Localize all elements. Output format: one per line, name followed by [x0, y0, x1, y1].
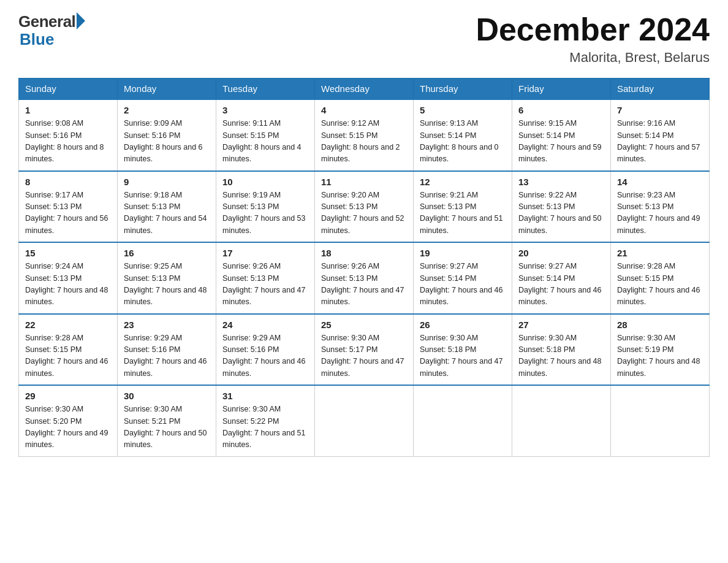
calendar-day-cell: 3Sunrise: 9:11 AMSunset: 5:15 PMDaylight… [216, 99, 315, 171]
calendar-day-cell: 7Sunrise: 9:16 AMSunset: 5:14 PMDaylight… [611, 99, 710, 171]
day-number: 4 [321, 105, 407, 115]
calendar-day-cell: 28Sunrise: 9:30 AMSunset: 5:19 PMDayligh… [611, 314, 710, 386]
day-number: 7 [617, 105, 703, 115]
calendar-day-cell: 12Sunrise: 9:21 AMSunset: 5:13 PMDayligh… [414, 171, 512, 243]
calendar-week-row: 29Sunrise: 9:30 AMSunset: 5:20 PMDayligh… [19, 385, 710, 456]
day-number: 14 [617, 177, 703, 187]
day-info: Sunrise: 9:26 AMSunset: 5:13 PMDaylight:… [222, 261, 308, 308]
day-number: 28 [617, 320, 703, 330]
calendar-header-row: SundayMondayTuesdayWednesdayThursdayFrid… [19, 79, 710, 100]
day-info: Sunrise: 9:08 AMSunset: 5:16 PMDaylight:… [25, 118, 111, 166]
title-section: December 2024 Malorita, Brest, Belarus [476, 12, 710, 66]
calendar-day-cell: 16Sunrise: 9:25 AMSunset: 5:13 PMDayligh… [118, 242, 216, 314]
calendar-day-cell: 25Sunrise: 9:30 AMSunset: 5:17 PMDayligh… [315, 314, 414, 386]
day-info: Sunrise: 9:19 AMSunset: 5:13 PMDaylight:… [222, 190, 308, 237]
day-number: 25 [321, 320, 407, 330]
calendar-day-cell: 21Sunrise: 9:28 AMSunset: 5:15 PMDayligh… [611, 242, 710, 314]
page-header: General Blue December 2024 Malorita, Bre… [18, 12, 710, 66]
month-title: December 2024 [476, 12, 710, 47]
day-number: 21 [617, 248, 703, 258]
day-info: Sunrise: 9:18 AMSunset: 5:13 PMDaylight:… [124, 190, 210, 237]
day-number: 13 [518, 177, 604, 187]
calendar-day-cell: 2Sunrise: 9:09 AMSunset: 5:16 PMDaylight… [118, 99, 216, 171]
calendar-day-cell: 26Sunrise: 9:30 AMSunset: 5:18 PMDayligh… [414, 314, 512, 386]
day-info: Sunrise: 9:27 AMSunset: 5:14 PMDaylight:… [518, 261, 604, 308]
day-info: Sunrise: 9:09 AMSunset: 5:16 PMDaylight:… [124, 118, 210, 166]
day-number: 29 [25, 391, 111, 401]
calendar-week-row: 22Sunrise: 9:28 AMSunset: 5:15 PMDayligh… [19, 314, 710, 386]
day-number: 27 [518, 320, 604, 330]
calendar-day-cell: 11Sunrise: 9:20 AMSunset: 5:13 PMDayligh… [315, 171, 414, 243]
day-info: Sunrise: 9:16 AMSunset: 5:14 PMDaylight:… [617, 118, 703, 166]
calendar-day-cell: 29Sunrise: 9:30 AMSunset: 5:20 PMDayligh… [19, 385, 118, 456]
day-number: 12 [420, 177, 506, 187]
calendar-day-cell: 5Sunrise: 9:13 AMSunset: 5:14 PMDaylight… [414, 99, 512, 171]
day-info: Sunrise: 9:24 AMSunset: 5:13 PMDaylight:… [25, 261, 111, 308]
day-info: Sunrise: 9:15 AMSunset: 5:14 PMDaylight:… [518, 118, 604, 166]
calendar-week-row: 1Sunrise: 9:08 AMSunset: 5:16 PMDaylight… [19, 99, 710, 171]
day-number: 3 [222, 105, 308, 115]
day-number: 26 [420, 320, 506, 330]
day-info: Sunrise: 9:20 AMSunset: 5:13 PMDaylight:… [321, 190, 407, 237]
calendar-day-cell [512, 385, 611, 456]
calendar-week-row: 8Sunrise: 9:17 AMSunset: 5:13 PMDaylight… [19, 171, 710, 243]
day-info: Sunrise: 9:29 AMSunset: 5:16 PMDaylight:… [124, 332, 210, 380]
day-number: 15 [25, 248, 111, 258]
day-number: 24 [222, 320, 308, 330]
calendar-day-cell: 6Sunrise: 9:15 AMSunset: 5:14 PMDaylight… [512, 99, 611, 171]
calendar-day-cell: 1Sunrise: 9:08 AMSunset: 5:16 PMDaylight… [19, 99, 118, 171]
day-info: Sunrise: 9:22 AMSunset: 5:13 PMDaylight:… [518, 190, 604, 237]
calendar-day-cell: 8Sunrise: 9:17 AMSunset: 5:13 PMDaylight… [19, 171, 118, 243]
calendar-header-sunday: Sunday [19, 79, 118, 100]
calendar-week-row: 15Sunrise: 9:24 AMSunset: 5:13 PMDayligh… [19, 242, 710, 314]
day-info: Sunrise: 9:21 AMSunset: 5:13 PMDaylight:… [420, 190, 506, 237]
calendar-header-tuesday: Tuesday [216, 79, 315, 100]
calendar-day-cell: 31Sunrise: 9:30 AMSunset: 5:22 PMDayligh… [216, 385, 315, 456]
calendar-day-cell: 24Sunrise: 9:29 AMSunset: 5:16 PMDayligh… [216, 314, 315, 386]
calendar-day-cell: 20Sunrise: 9:27 AMSunset: 5:14 PMDayligh… [512, 242, 611, 314]
logo-blue-text: Blue [20, 30, 54, 49]
day-number: 8 [25, 177, 111, 187]
day-number: 6 [518, 105, 604, 115]
day-number: 11 [321, 177, 407, 187]
calendar-day-cell: 13Sunrise: 9:22 AMSunset: 5:13 PMDayligh… [512, 171, 611, 243]
logo-triangle-icon [77, 12, 85, 29]
calendar-day-cell: 19Sunrise: 9:27 AMSunset: 5:14 PMDayligh… [414, 242, 512, 314]
day-number: 1 [25, 105, 111, 115]
calendar-day-cell: 30Sunrise: 9:30 AMSunset: 5:21 PMDayligh… [118, 385, 216, 456]
calendar-table: SundayMondayTuesdayWednesdayThursdayFrid… [18, 78, 710, 457]
day-info: Sunrise: 9:11 AMSunset: 5:15 PMDaylight:… [222, 118, 308, 166]
logo: General Blue [18, 12, 85, 49]
day-info: Sunrise: 9:12 AMSunset: 5:15 PMDaylight:… [321, 118, 407, 166]
day-number: 18 [321, 248, 407, 258]
calendar-day-cell: 9Sunrise: 9:18 AMSunset: 5:13 PMDaylight… [118, 171, 216, 243]
calendar-day-cell [611, 385, 710, 456]
calendar-header-thursday: Thursday [414, 79, 512, 100]
calendar-day-cell: 14Sunrise: 9:23 AMSunset: 5:13 PMDayligh… [611, 171, 710, 243]
calendar-day-cell: 22Sunrise: 9:28 AMSunset: 5:15 PMDayligh… [19, 314, 118, 386]
calendar-header-friday: Friday [512, 79, 611, 100]
day-number: 23 [124, 320, 210, 330]
day-number: 30 [124, 391, 210, 401]
day-info: Sunrise: 9:26 AMSunset: 5:13 PMDaylight:… [321, 261, 407, 308]
day-info: Sunrise: 9:30 AMSunset: 5:18 PMDaylight:… [420, 332, 506, 380]
calendar-day-cell: 17Sunrise: 9:26 AMSunset: 5:13 PMDayligh… [216, 242, 315, 314]
day-number: 20 [518, 248, 604, 258]
calendar-day-cell [414, 385, 512, 456]
day-number: 5 [420, 105, 506, 115]
calendar-day-cell: 23Sunrise: 9:29 AMSunset: 5:16 PMDayligh… [118, 314, 216, 386]
day-info: Sunrise: 9:17 AMSunset: 5:13 PMDaylight:… [25, 190, 111, 237]
day-number: 16 [124, 248, 210, 258]
day-info: Sunrise: 9:30 AMSunset: 5:20 PMDaylight:… [25, 404, 111, 451]
calendar-header-saturday: Saturday [611, 79, 710, 100]
calendar-day-cell: 18Sunrise: 9:26 AMSunset: 5:13 PMDayligh… [315, 242, 414, 314]
day-number: 2 [124, 105, 210, 115]
day-info: Sunrise: 9:27 AMSunset: 5:14 PMDaylight:… [420, 261, 506, 308]
day-info: Sunrise: 9:13 AMSunset: 5:14 PMDaylight:… [420, 118, 506, 166]
day-number: 31 [222, 391, 308, 401]
day-info: Sunrise: 9:30 AMSunset: 5:22 PMDaylight:… [222, 404, 308, 451]
calendar-day-cell: 27Sunrise: 9:30 AMSunset: 5:18 PMDayligh… [512, 314, 611, 386]
calendar-day-cell [315, 385, 414, 456]
day-info: Sunrise: 9:28 AMSunset: 5:15 PMDaylight:… [25, 332, 111, 380]
day-info: Sunrise: 9:23 AMSunset: 5:13 PMDaylight:… [617, 190, 703, 237]
